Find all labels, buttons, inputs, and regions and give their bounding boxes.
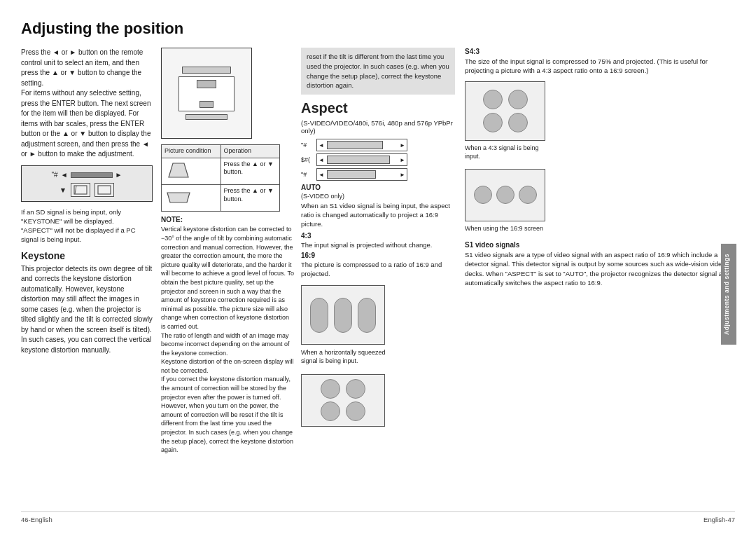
keystone-body: This projector detects its own degree of…: [21, 264, 153, 356]
image-169-section: When using the 16:9 screen: [465, 169, 735, 238]
column-4: S4:3 The size of the input signal is com…: [462, 48, 735, 506]
page: Adjusting the position Press the ◄ or ► …: [0, 0, 756, 536]
column-3: reset if the tilt is different from the …: [301, 48, 462, 506]
s1-heading: S1 video signals: [465, 241, 735, 249]
footer: 46-English English-47: [21, 511, 735, 523]
aspect-heading: Aspect: [301, 100, 455, 116]
bar-arrow-left-1: ◄: [318, 142, 324, 149]
horiz-signal-section: When a horizontally squeezed signal is b…: [301, 281, 455, 365]
image-169: [465, 169, 545, 221]
auto-sub: (S-VIDEO only): [301, 192, 455, 201]
aspect-sub: (S-VIDEO/VIDEO/480i, 576i, 480p and 576p…: [301, 119, 455, 135]
bar-label-1: "#: [301, 142, 316, 149]
svg-rect-2: [98, 186, 111, 194]
ratio-169-heading: 16:9: [301, 252, 455, 259]
col2-diagram: [161, 48, 252, 139]
keystone-normal-icon: [71, 183, 90, 197]
sd-note: If an SD signal is being input, only "KE…: [21, 207, 153, 245]
arrow-left-icon: ◄: [61, 171, 68, 179]
auto-label: AUTO: [301, 184, 455, 191]
caption-43: When a 4:3 signal is being input.: [465, 144, 545, 160]
table-header-operation: Operation: [221, 145, 280, 158]
table-row-2: Press the ▲ or ▼ button.: [162, 185, 279, 211]
bar-arrow-right-2: ►: [400, 157, 405, 163]
aspect-bars: "# ◄ ► $#( ◄ ►: [301, 139, 455, 181]
bar-arrow-right-3: ►: [400, 172, 405, 178]
svg-line-1: [75, 186, 76, 194]
sidebar-tab: Adjustments and settings: [721, 244, 736, 345]
note-text: Vertical keystone distortion can be corr…: [161, 225, 294, 454]
image-43: [465, 81, 545, 141]
down-arrow-icon: ▼: [59, 186, 66, 194]
svg-marker-3: [169, 163, 188, 177]
ratio-169-text: The picture is compressed to a ratio of …: [301, 260, 455, 279]
table-row-1: Press the ▲ or ▼ button.: [162, 158, 279, 185]
operation-table: Picture condition Operation Press the ▲ …: [161, 144, 280, 212]
page-title: Adjusting the position: [21, 20, 735, 38]
bar-arrow-left-2: ◄: [318, 157, 324, 163]
arrow-right-icon: ►: [115, 171, 122, 179]
bottom-circles-section: [301, 370, 455, 431]
column-1: Press the ◄ or ► button on the remote co…: [21, 48, 161, 506]
footer-left: 46-English: [21, 516, 52, 523]
horiz-signal-image: [301, 285, 385, 345]
svg-marker-4: [167, 193, 190, 202]
ratio-43-heading: 4:3: [301, 232, 455, 240]
s4-heading: S4:3: [465, 48, 735, 55]
table-cell-op2: Press the ▲ or ▼ button.: [221, 185, 280, 211]
keystone-diagram: "# ◄ ► ▼: [21, 165, 153, 202]
table-cell-pic1: [162, 158, 221, 184]
bar-arrow-right-1: ►: [400, 142, 405, 149]
s1-text: S1 video signals are a type of video sig…: [465, 250, 735, 287]
ratio-43-text: The input signal is projected without ch…: [301, 240, 455, 249]
image-43-section: When a 4:3 signal is being input.: [465, 81, 735, 166]
footer-right: English-47: [704, 516, 735, 523]
bottom-circles-image: [301, 374, 385, 427]
bar-arrow-left-3: ◄: [318, 172, 324, 178]
keystone-label: "#: [52, 171, 58, 179]
intro-text: Press the ◄ or ► button on the remote co…: [21, 48, 153, 160]
shaded-note: reset if the tilt is different from the …: [301, 48, 455, 95]
bar-label-3: "#: [301, 171, 316, 178]
table-header-picture: Picture condition: [162, 145, 221, 158]
column-2: Picture condition Operation Press the ▲ …: [161, 48, 301, 506]
main-content: Press the ◄ or ► button on the remote co…: [21, 48, 735, 506]
table-cell-op1: Press the ▲ or ▼ button.: [221, 158, 280, 184]
auto-text: When an S1 video signal is being input, …: [301, 201, 455, 229]
keystone-heading: Keystone: [21, 250, 153, 261]
caption-169: When using the 16:9 screen: [465, 224, 545, 233]
horiz-signal-caption: When a horizontally squeezed signal is b…: [301, 349, 399, 365]
keystone-corrected-icon: [94, 183, 114, 197]
s4-text: The size of the input signal is compress…: [465, 57, 735, 76]
bar-label-2: $#(: [301, 156, 316, 163]
note-label: NOTE:: [161, 216, 294, 224]
table-cell-pic2: [162, 185, 221, 211]
